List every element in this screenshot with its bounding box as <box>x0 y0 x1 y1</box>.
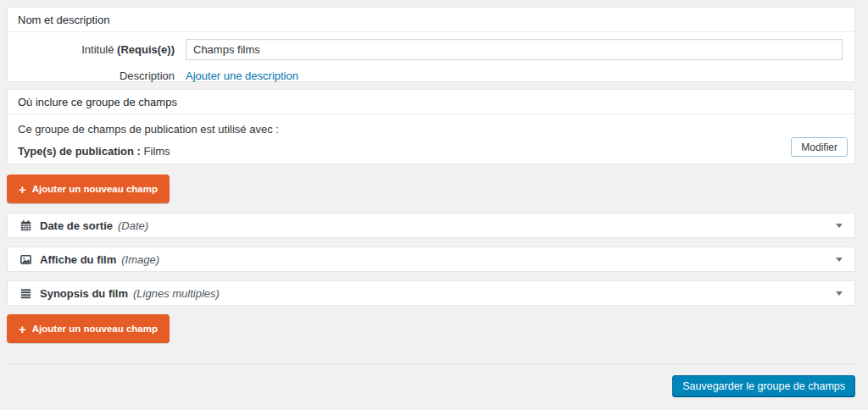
title-field-row: Intitulé (Requis(e)) <box>8 39 854 60</box>
save-field-group-button[interactable]: Sauvegarder le groupe de champs <box>672 375 855 397</box>
field-group-editor-page: Nom et description Intitulé (Requis(e)) … <box>0 0 868 410</box>
field-name: Synopsis du film <box>40 287 128 300</box>
add-field-button-label: Ajouter un nouveau champ <box>32 324 158 334</box>
field-type: (Date) <box>118 219 148 232</box>
field-type: (Image) <box>121 253 159 266</box>
lines-icon <box>19 287 32 300</box>
post-type-label: Type(s) de publication : <box>18 145 141 158</box>
field-row-image[interactable]: Affiche du film (Image) <box>7 247 855 272</box>
location-panel-body: Ce groupe de champs de publication est u… <box>8 114 854 166</box>
chevron-down-icon[interactable] <box>836 258 843 262</box>
field-name: Affiche du film <box>40 253 116 266</box>
description-field-label: Description <box>8 69 175 82</box>
name-panel-title: Nom et description <box>8 8 854 32</box>
add-field-button-label: Ajouter un nouveau champ <box>32 184 158 194</box>
image-icon <box>19 253 32 266</box>
chevron-down-icon[interactable] <box>836 291 843 296</box>
plus-icon: + <box>19 183 26 196</box>
field-row-date[interactable]: Date de sortie (Date) <box>7 213 855 238</box>
location-post-type-line: Type(s) de publication : Films <box>18 145 844 158</box>
chevron-down-icon[interactable] <box>836 224 843 228</box>
plus-icon: + <box>19 323 26 335</box>
title-input[interactable] <box>186 39 843 60</box>
footer-divider <box>7 363 855 364</box>
field-type: (Lignes multiples) <box>133 287 220 300</box>
title-required-text: (Requis(e)) <box>117 43 175 56</box>
location-usage-text: Ce groupe de champs de publication est u… <box>18 123 844 136</box>
field-name: Date de sortie <box>40 219 113 232</box>
calendar-icon <box>19 219 32 232</box>
location-panel: Où inclure ce groupe de champs Ce groupe… <box>7 89 855 164</box>
add-field-button-bottom[interactable]: + Ajouter un nouveau champ <box>7 314 170 343</box>
post-type-value: Films <box>144 145 170 158</box>
location-panel-title: Où inclure ce groupe de champs <box>8 90 854 114</box>
field-row-paragraph[interactable]: Synopsis du film (Lignes multiples) <box>7 280 855 306</box>
description-field-row: Description Ajouter une description <box>8 69 854 82</box>
title-field-label: Intitulé (Requis(e)) <box>8 43 175 56</box>
add-description-link[interactable]: Ajouter une description <box>186 69 298 82</box>
name-description-panel: Nom et description Intitulé (Requis(e)) … <box>7 7 855 82</box>
add-field-button-top[interactable]: + Ajouter un nouveau champ <box>7 175 170 203</box>
edit-location-button[interactable]: Modifier <box>791 137 848 157</box>
title-label-text: Intitulé <box>81 43 117 56</box>
